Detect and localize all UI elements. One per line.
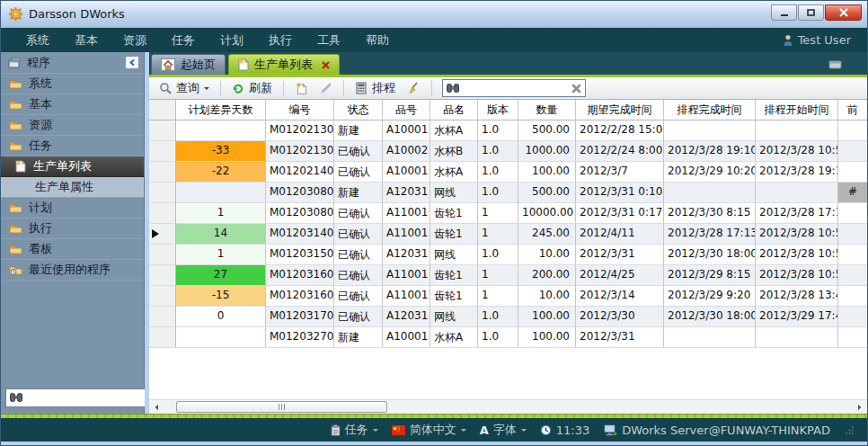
cell-due-time[interactable]: 2012/3/31 bbox=[576, 245, 664, 265]
cell-sched-end[interactable]: 2012/3/29 8:15 bbox=[664, 265, 756, 286]
table-row[interactable]: 0M012031701已确认A12031网线1.0100.002012/3/30… bbox=[149, 307, 867, 327]
table-row[interactable]: 27M012031601已确认A11001齿轮11200.002012/4/25… bbox=[149, 265, 867, 286]
cell-order-no[interactable]: M012021302 bbox=[266, 141, 334, 162]
cell-sched-end[interactable]: 2012/3/30 18:00 bbox=[664, 245, 756, 265]
cell-extra[interactable] bbox=[838, 141, 867, 162]
grid-filter-input[interactable] bbox=[463, 82, 568, 94]
language-menu[interactable]: 简体中文 bbox=[392, 422, 466, 438]
cell-due-time[interactable]: 2012/2/28 15:00 bbox=[576, 120, 664, 141]
tasks-menu[interactable]: 任务 bbox=[331, 422, 378, 438]
cell-status[interactable]: 已确认 bbox=[334, 141, 383, 162]
cell-item-name[interactable]: 水杯A bbox=[430, 327, 478, 348]
row-header-gutter[interactable] bbox=[149, 245, 176, 265]
cell-qty[interactable]: 10000.00 bbox=[518, 203, 576, 224]
row-header-gutter[interactable] bbox=[149, 162, 176, 183]
cell-item-name[interactable]: 齿轮1 bbox=[430, 265, 478, 286]
cell-diff-days[interactable] bbox=[176, 327, 266, 348]
cell-item-no[interactable]: A10002 bbox=[383, 141, 430, 162]
column-header[interactable]: 状态 bbox=[334, 100, 383, 120]
table-row[interactable]: -33M012021302已确认A10002水杯B1.01000.002012/… bbox=[149, 141, 867, 162]
schedule-button[interactable]: 排程 bbox=[350, 78, 400, 98]
cell-extra[interactable]: # bbox=[838, 183, 867, 203]
sidebar-item[interactable]: 计划 bbox=[1, 198, 144, 219]
cell-sched-start[interactable]: 2012/3/28 17:13 bbox=[756, 203, 838, 224]
cell-sched-start[interactable]: 2012/3/28 10:52 bbox=[756, 141, 838, 162]
row-header-gutter[interactable] bbox=[149, 265, 176, 286]
cell-item-no[interactable]: A10001 bbox=[383, 120, 430, 141]
clear-filter-icon[interactable] bbox=[571, 84, 581, 94]
row-header-gutter[interactable] bbox=[149, 307, 176, 327]
cell-due-time[interactable]: 2012/2/24 8:00 bbox=[576, 141, 664, 162]
cell-qty[interactable]: 500.00 bbox=[518, 120, 576, 141]
cell-diff-days[interactable]: 14 bbox=[176, 224, 266, 245]
cell-extra[interactable] bbox=[838, 120, 867, 141]
cell-sched-start[interactable] bbox=[756, 327, 838, 348]
cell-item-no[interactable]: A11001 bbox=[383, 265, 430, 286]
cell-item-name[interactable]: 网线 bbox=[430, 245, 478, 265]
cell-due-time[interactable]: 2012/3/14 bbox=[576, 286, 664, 307]
row-header-gutter[interactable] bbox=[149, 183, 176, 203]
cell-due-time[interactable]: 2012/4/25 bbox=[576, 265, 664, 286]
resize-grip-icon[interactable] bbox=[846, 425, 855, 434]
column-header[interactable]: 期望完成时间 bbox=[576, 100, 664, 120]
cell-version[interactable]: 1.0 bbox=[478, 141, 518, 162]
cell-order-no[interactable]: M012031501 bbox=[266, 245, 334, 265]
sidebar-item[interactable]: 任务 bbox=[1, 136, 144, 156]
column-header[interactable]: 前 bbox=[838, 100, 867, 120]
sidebar-item[interactable]: 资源 bbox=[1, 115, 144, 136]
sidebar-item[interactable]: 生产单列表 bbox=[1, 156, 144, 177]
cell-qty[interactable]: 100.00 bbox=[518, 162, 576, 183]
cell-diff-days[interactable]: 0 bbox=[176, 307, 266, 327]
tab-close-icon[interactable] bbox=[322, 61, 330, 69]
cell-qty[interactable]: 100.00 bbox=[518, 327, 576, 348]
query-button[interactable]: 查询 bbox=[155, 78, 214, 98]
cell-item-name[interactable]: 水杯A bbox=[430, 162, 478, 183]
column-header[interactable]: 编号 bbox=[266, 100, 334, 120]
menu-item[interactable]: 计划 bbox=[208, 29, 256, 52]
cell-order-no[interactable]: M012032701 bbox=[266, 327, 334, 348]
cell-item-name[interactable]: 齿轮1 bbox=[430, 224, 478, 245]
cell-due-time[interactable]: 2012/3/30 bbox=[576, 307, 664, 327]
cell-sched-end[interactable]: 2012/3/30 18:00 bbox=[664, 307, 756, 327]
cell-version[interactable]: 1.0 bbox=[478, 120, 518, 141]
cell-status[interactable]: 新建 bbox=[334, 183, 383, 203]
cell-qty[interactable]: 1000.00 bbox=[518, 141, 576, 162]
cell-status[interactable]: 已确认 bbox=[334, 224, 383, 245]
cell-extra[interactable] bbox=[838, 286, 867, 307]
maximize-button[interactable] bbox=[798, 4, 824, 21]
user-area[interactable]: Test User bbox=[783, 33, 858, 47]
menu-item[interactable]: 执行 bbox=[256, 29, 305, 52]
sidebar-item[interactable]: 看板 bbox=[1, 239, 144, 260]
cell-sched-end[interactable]: 2012/3/30 8:15 bbox=[664, 203, 756, 224]
row-header-gutter[interactable] bbox=[149, 286, 176, 307]
cell-sched-start[interactable]: 2012/3/28 10:52 bbox=[756, 245, 838, 265]
cell-item-name[interactable]: 网线 bbox=[430, 307, 478, 327]
sidebar-item[interactable]: 系统 bbox=[1, 74, 144, 94]
cell-sched-start[interactable]: 2012/3/28 13:40 bbox=[756, 286, 838, 307]
cell-extra[interactable] bbox=[838, 203, 867, 224]
table-row[interactable]: 1M012031501已确认A12031网线1.010.002012/3/312… bbox=[149, 245, 867, 265]
minimize-button[interactable] bbox=[771, 4, 797, 21]
cell-sched-end[interactable]: 2012/3/28 17:13 bbox=[664, 224, 756, 245]
menu-item[interactable]: 帮助 bbox=[353, 29, 402, 52]
cell-qty[interactable]: 245.00 bbox=[518, 224, 576, 245]
cell-qty[interactable]: 10.00 bbox=[518, 286, 576, 307]
cell-order-no[interactable]: M012021401 bbox=[266, 162, 334, 183]
cell-sched-start[interactable] bbox=[756, 183, 838, 203]
cell-due-time[interactable]: 2012/3/7 bbox=[576, 162, 664, 183]
cell-due-time[interactable]: 2012/3/31 bbox=[576, 327, 664, 348]
cell-status[interactable]: 已确认 bbox=[334, 203, 383, 224]
cell-diff-days[interactable]: 27 bbox=[176, 265, 266, 286]
cell-qty[interactable]: 200.00 bbox=[518, 265, 576, 286]
cell-sched-start[interactable]: 2012/3/28 19:10 bbox=[756, 162, 838, 183]
scrollbar-thumb[interactable] bbox=[176, 401, 387, 413]
cell-item-no[interactable]: A12031 bbox=[383, 183, 430, 203]
cell-diff-days[interactable] bbox=[176, 183, 266, 203]
cell-item-no[interactable]: A11001 bbox=[383, 203, 430, 224]
cell-extra[interactable] bbox=[838, 162, 867, 183]
cell-diff-days[interactable] bbox=[176, 120, 266, 141]
clear-button[interactable] bbox=[403, 80, 425, 96]
cell-extra[interactable] bbox=[838, 327, 867, 348]
table-row[interactable]: 14M012031402已确认A11001齿轮11245.002012/4/11… bbox=[149, 224, 867, 245]
cell-qty[interactable]: 10.00 bbox=[518, 245, 576, 265]
